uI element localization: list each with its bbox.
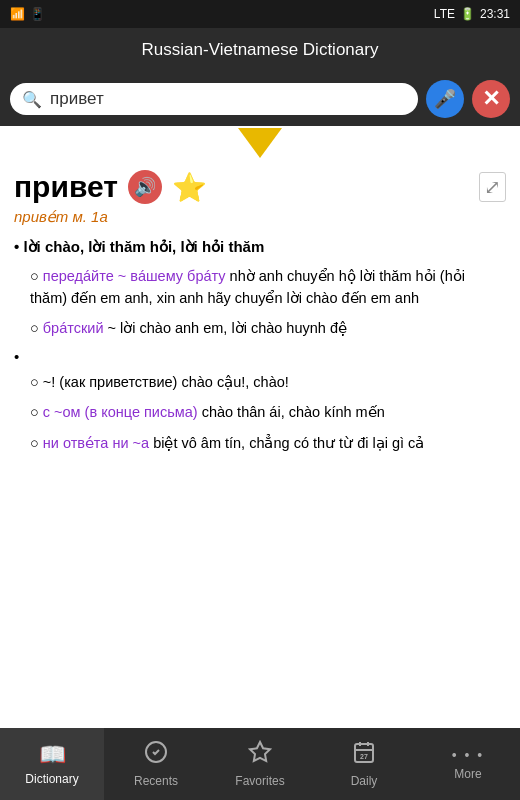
status-right-icons: LTE 🔋 23:31 (434, 7, 510, 21)
russian-text-1-2: брáтский (43, 320, 104, 336)
daily-icon: 27 (352, 740, 376, 770)
content-area: привет 🔊 ⭐ ⤢ приве́т м. 1а lời chào, lời… (0, 158, 520, 730)
expand-icon[interactable]: ⤢ (479, 172, 506, 202)
favorites-icon (248, 740, 272, 770)
nav-recents[interactable]: Recents (104, 728, 208, 800)
search-icon: 🔍 (22, 90, 42, 109)
sub-item-1-1: передáйте ~ вáшему брáту nhờ anh chuyển … (30, 265, 506, 310)
clear-button[interactable]: ✕ (472, 80, 510, 118)
status-left-icons: 📶 📱 (10, 7, 45, 21)
word-subtitle: приве́т м. 1а (14, 208, 506, 226)
favorite-star-icon[interactable]: ⭐ (172, 171, 207, 204)
lte-label: LTE (434, 7, 455, 21)
nav-daily[interactable]: 27 Daily (312, 728, 416, 800)
more-icon: • • • (452, 747, 484, 763)
battery-icon: 🔋 (460, 7, 475, 21)
arrow-indicator (0, 126, 520, 158)
definition-1: lời chào, lời thăm hỏi, lời hỏi thăm пер… (14, 236, 506, 340)
nav-favorites-label: Favorites (235, 774, 284, 788)
word-title-row: привет 🔊 ⭐ ⤢ (14, 170, 506, 204)
search-input-container[interactable]: 🔍 (10, 83, 418, 115)
definition-main-2 (14, 348, 506, 365)
nav-more-label: More (454, 767, 481, 781)
svg-marker-1 (250, 742, 270, 761)
mic-button[interactable]: 🎤 (426, 80, 464, 118)
russian-text-1-1: передáйте ~ вáшему брáту (43, 268, 226, 284)
definition-main-1: lời chào, lời thăm hỏi, lời hỏi thăm (14, 236, 506, 259)
search-input[interactable] (50, 89, 406, 109)
svg-text:27: 27 (360, 753, 368, 760)
nav-favorites[interactable]: Favorites (208, 728, 312, 800)
speaker-button[interactable]: 🔊 (128, 170, 162, 204)
nav-dictionary-label: Dictionary (25, 772, 78, 786)
nav-recents-label: Recents (134, 774, 178, 788)
recents-icon (144, 740, 168, 770)
nav-more[interactable]: • • • More (416, 728, 520, 800)
sub-item-2-3: ни отве́та ни ~а biệt vô âm tín, chẳng c… (30, 432, 506, 454)
definition-2: ~! (как приветствие) chào cậu!, chào! с … (14, 348, 506, 454)
russian-text-2-2: с ~ом (в конце письма) (43, 404, 198, 420)
nav-dictionary[interactable]: 📖 Dictionary (0, 728, 104, 800)
mic-icon: 🎤 (434, 88, 456, 110)
bottom-nav: 📖 Dictionary Recents Favorites 27 (0, 728, 520, 800)
dictionary-icon: 📖 (39, 742, 66, 768)
sub-item-2-2: с ~ом (в конце письма) chào thân ái, chà… (30, 401, 506, 423)
nav-daily-label: Daily (351, 774, 378, 788)
wifi-icon: 📶 (10, 7, 25, 21)
time-label: 23:31 (480, 7, 510, 21)
search-bar: 🔍 🎤 ✕ (0, 72, 520, 126)
down-arrow-icon (238, 128, 282, 158)
sub-item-2-1: ~! (как приветствие) chào cậu!, chào! (30, 371, 506, 393)
status-bar: 📶 📱 LTE 🔋 23:31 (0, 0, 520, 28)
app-title: Russian-Vietnamese Dictionary (142, 40, 379, 60)
signal-icon: 📱 (30, 7, 45, 21)
word-title: привет (14, 170, 118, 204)
title-bar: Russian-Vietnamese Dictionary (0, 28, 520, 72)
russian-text-2-3: ни отве́та ни ~а (43, 435, 149, 451)
close-icon: ✕ (482, 86, 500, 112)
speaker-icon: 🔊 (134, 176, 156, 198)
sub-item-1-2: брáтский ~ lời chào anh em, lời chào huy… (30, 317, 506, 339)
